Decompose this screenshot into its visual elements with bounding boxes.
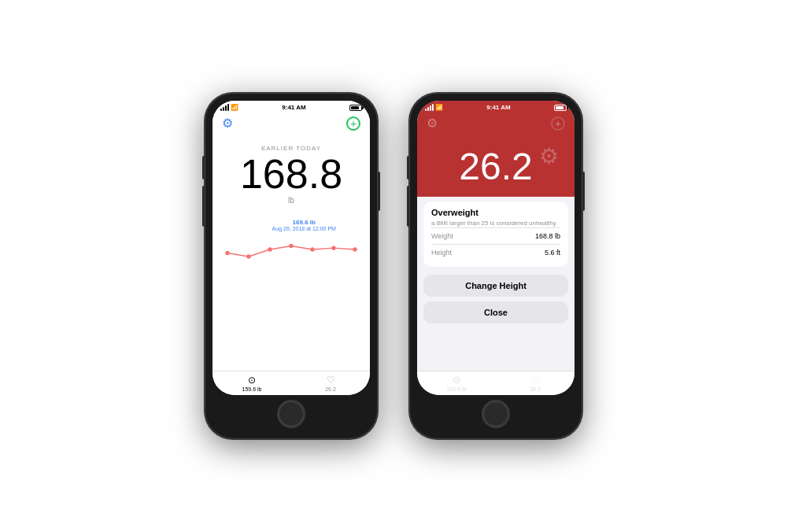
wifi-icon: 📶 bbox=[231, 104, 238, 111]
bmi-value: 26.2 bbox=[459, 148, 532, 186]
home-button-2[interactable] bbox=[482, 400, 510, 428]
signal-bars-icon-2 bbox=[425, 104, 434, 111]
svg-point-2 bbox=[268, 247, 272, 251]
wifi-icon-2: 📶 bbox=[435, 104, 443, 111]
add-icon-2: + bbox=[551, 116, 565, 131]
tab-bar-1: ⊙ 159.6 lb ♡ 26.2 bbox=[212, 371, 370, 395]
bmi-tab-icon-2: ♡ bbox=[531, 375, 540, 386]
tab-bmi-value-2: 26.2 bbox=[530, 386, 541, 392]
battery-area bbox=[349, 105, 362, 111]
bmi-tab-icon: ♡ bbox=[327, 375, 335, 386]
battery-icon-2 bbox=[554, 105, 567, 111]
tab-item-scale[interactable]: ⊙ 159.6 lb bbox=[212, 375, 291, 392]
weight-label: Weight bbox=[431, 232, 453, 240]
weight-row: Weight 168.8 lb bbox=[431, 227, 560, 244]
svg-point-4 bbox=[310, 247, 314, 251]
svg-point-5 bbox=[331, 246, 335, 250]
tab-bmi-value: 26.2 bbox=[325, 386, 336, 392]
scale-icon-2: ⊙ bbox=[453, 375, 460, 386]
bmi-card: 26.2 ⚙ bbox=[417, 135, 575, 197]
unit-label: lb bbox=[288, 196, 294, 205]
bmi-scale-icon: ⚙ bbox=[539, 143, 559, 169]
nav-bar-2: ⚙ + bbox=[417, 113, 575, 135]
home-button-1[interactable] bbox=[277, 400, 305, 428]
status-bar-1: 📶 9:41 AM bbox=[212, 101, 370, 113]
tab-item-bmi-2: ♡ 26.2 bbox=[496, 375, 575, 392]
bmi-info-card: Overweight a BMI larger than 25 is consi… bbox=[423, 201, 568, 267]
svg-point-1 bbox=[246, 254, 250, 258]
phone-2: 📶 9:41 AM ⚙ + 26.2 ⚙ Overweight a BMI la… bbox=[409, 93, 582, 439]
height-label: Height bbox=[431, 249, 452, 257]
scale-icon: ⊙ bbox=[248, 375, 256, 386]
tab-item-scale-2: ⊙ 159.6 lb bbox=[417, 375, 496, 392]
svg-point-0 bbox=[225, 251, 229, 255]
svg-point-6 bbox=[353, 247, 357, 251]
weight-display: 168.8 bbox=[240, 153, 342, 194]
status-time: 9:41 AM bbox=[282, 104, 305, 111]
add-icon[interactable]: + bbox=[346, 116, 360, 131]
settings-icon[interactable]: ⚙ bbox=[222, 116, 233, 131]
status-bar-2: 📶 9:41 AM bbox=[417, 101, 575, 113]
overweight-title: Overweight bbox=[431, 208, 560, 217]
close-button[interactable]: Close bbox=[423, 301, 568, 323]
signal-area-2: 📶 bbox=[425, 104, 443, 111]
signal-bars-icon bbox=[220, 104, 229, 111]
change-height-button[interactable]: Change Height bbox=[423, 275, 568, 297]
tab-weight-value: 159.6 lb bbox=[242, 386, 262, 392]
status-time-2: 9:41 AM bbox=[486, 104, 510, 111]
height-row: Height 5.6 ft bbox=[431, 244, 560, 260]
settings-icon-2: ⚙ bbox=[427, 116, 438, 131]
weight-value: 168.8 lb bbox=[535, 232, 560, 240]
svg-point-3 bbox=[289, 244, 293, 248]
tab-weight-value-2: 159.6 lb bbox=[447, 386, 467, 392]
overweight-desc: a BMI larger than 25 is considered unhea… bbox=[431, 219, 560, 227]
chart-tooltip: 169.6 lb Aug 26, 2018 at 12:00 PM bbox=[272, 219, 336, 231]
signal-area: 📶 bbox=[220, 104, 238, 111]
nav-bar-1: ⚙ + bbox=[212, 113, 370, 135]
tab-bar-2: ⊙ 159.6 lb ♡ 26.2 bbox=[417, 371, 575, 395]
battery-icon bbox=[349, 105, 362, 111]
chart-weight: 169.6 lb bbox=[272, 219, 336, 226]
height-value: 5.6 ft bbox=[545, 249, 560, 257]
chart-date: Aug 26, 2018 at 12:00 PM bbox=[272, 226, 336, 231]
phone-1: 📶 9:41 AM ⚙ + EARLIER TODAY 168.8 lb 169… bbox=[205, 93, 378, 439]
battery-area-2 bbox=[554, 105, 567, 111]
chart-area: 169.6 lb Aug 26, 2018 at 12:00 PM bbox=[220, 211, 362, 371]
main-content-1: EARLIER TODAY 168.8 lb 169.6 lb Aug 26, … bbox=[212, 135, 370, 371]
tab-item-bmi[interactable]: ♡ 26.2 bbox=[291, 375, 370, 392]
